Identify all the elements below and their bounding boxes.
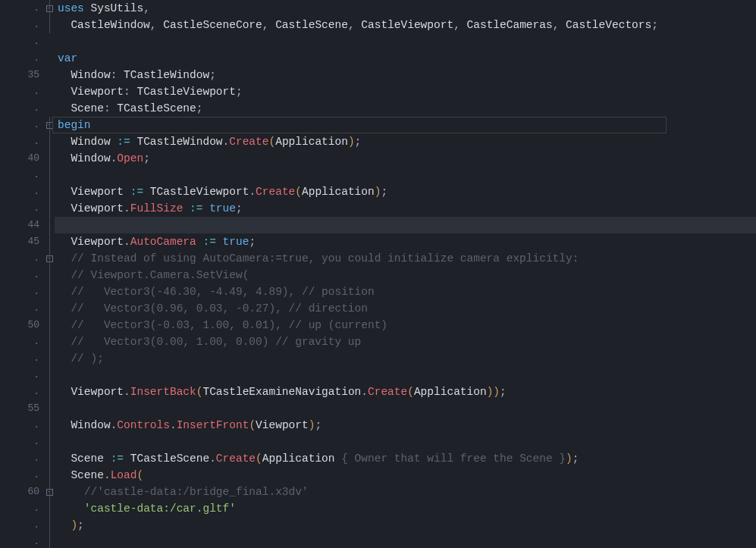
code-line[interactable]: // Vector3(0.96, 0.03, -0.27), // direct… [58,300,756,317]
code-line[interactable]: CastleWindow, CastleSceneCore, CastleSce… [58,17,756,33]
line-number: . [0,167,41,183]
code-line[interactable]: Scene := TCastleScene.Create(Application… [58,450,756,467]
token-white: Viewport [71,236,124,248]
token-str: 'castle-data:/car.gltf' [84,503,236,515]
token-punct: . [170,419,177,431]
fold-cell [44,467,55,484]
token-paren: ) [71,519,77,531]
code-line[interactable] [58,33,756,50]
line-number: 60 [0,484,41,500]
line-number: . [0,50,41,67]
token-white: Window [71,419,110,431]
code-line[interactable]: Scene: TCastleScene; [58,100,756,117]
code-line[interactable] [58,400,756,417]
token-comment: // Viewport.Camera.SetView( [71,269,249,281]
code-line[interactable] [58,367,756,384]
fold-cell [44,133,55,150]
fold-cell [44,517,55,534]
line-number: . [0,467,41,484]
code-line[interactable]: // Instead of using AutoCamera:=true, yo… [58,250,756,267]
line-number: . [0,200,41,217]
token-dim [202,202,209,215]
code-line[interactable]: // Vector3(0.00, 1.00, 0.00) // gravity … [58,333,756,350]
line-number: 45 [0,233,41,250]
token-white: TCastleViewport [136,86,236,98]
code-line[interactable]: //'castle-data:/bridge_final.x3dv' [58,484,756,500]
fold-cell[interactable]: − [44,250,55,267]
token-dim [460,19,467,31]
token-dim [157,19,164,31]
line-number: . [0,133,41,150]
code-line[interactable]: ); [58,517,756,534]
token-comment: //'castle-data:/bridge_final.x3dv' [84,486,309,498]
fold-cell [44,17,55,33]
fold-cell [44,50,55,67]
code-line[interactable]: // Viewport.Camera.SetView( [58,267,756,283]
token-punct: ; [236,202,243,215]
code-line[interactable]: Viewport.AutoCamera := true; [58,233,756,250]
token-member: Create [368,386,407,398]
fold-column[interactable]: −−−− [44,0,55,548]
token-kw: true [223,236,249,248]
line-number-gutter: ....35....40...4445....50....55....60... [0,0,44,548]
code-line[interactable]: Window.Controls.InsertFront(Viewport); [58,417,756,434]
token-punct: ; [143,152,150,164]
code-line[interactable]: Window.Open; [58,150,756,167]
token-dim [58,269,71,281]
token-white: SysUtils [91,2,144,14]
code-line[interactable]: var [58,50,756,67]
block-outline [52,117,667,133]
code-line[interactable]: Viewport := TCastleViewport.Create(Appli… [58,183,756,200]
code-line[interactable] [58,434,756,450]
fold-cell [44,384,55,400]
token-paren: ) [348,136,355,148]
line-number: . [0,83,41,100]
token-white: Viewport [71,386,124,398]
code-line[interactable]: Scene.Load( [58,467,756,484]
fold-cell [44,83,55,100]
token-dim [58,503,84,515]
token-white: TCastleScene [117,102,196,114]
code-line[interactable]: Window := TCastleWindow.Create(Applicati… [58,133,756,150]
line-number: . [0,100,41,117]
code-line[interactable]: // Vector3(-0.03, 1.00, 0.01), // up (cu… [58,317,756,333]
code-line[interactable]: // Vector3(-46.30, -4.49, 4.89), // posi… [58,283,756,300]
fold-cell[interactable]: − [44,0,55,17]
token-white: Application [275,136,348,148]
code-line[interactable]: Viewport: TCastleViewport; [58,83,756,100]
code-line[interactable]: Viewport.FullSize := true; [58,200,756,217]
code-line[interactable]: Window: TCastleWindow; [58,67,756,83]
fold-cell [44,267,55,283]
token-white: CastleScene [275,19,348,31]
token-white: TCastleViewport [150,186,249,198]
line-number: . [0,117,41,133]
code-area[interactable]: uses SysUtils, CastleWindow, CastleScene… [55,0,756,548]
token-dim [58,186,71,198]
code-editor[interactable]: ....35....40...4445....50....55....60...… [0,0,756,548]
code-line[interactable]: // ); [58,350,756,367]
token-member: AutoCamera [130,236,196,248]
token-paren: ( [136,469,143,481]
token-white: TCastleWindow [136,136,222,148]
code-line[interactable] [58,167,756,183]
code-line[interactable]: 'castle-data:/car.gltf' [58,500,756,517]
code-line[interactable]: uses SysUtils, [58,0,756,17]
token-white: CastleViewport [361,19,453,31]
token-white: Viewport [71,86,124,98]
fold-cell [44,217,55,233]
token-member: Create [256,186,295,198]
fold-cell [44,150,55,167]
token-white: Application [262,452,341,465]
code-line[interactable]: Viewport.InsertBack(TCastleExamineNaviga… [58,384,756,400]
token-punct: : [124,86,130,98]
token-punct: ; [209,69,216,81]
token-member: Create [229,136,268,148]
token-punct: ; [77,519,84,531]
token-white: Window [71,136,117,148]
token-punct: . [209,452,216,465]
token-kw: true [209,202,236,215]
token-white: CastleVectors [566,19,651,31]
code-line[interactable] [58,534,756,548]
token-dim [58,136,71,148]
fold-cell[interactable]: − [44,484,55,500]
